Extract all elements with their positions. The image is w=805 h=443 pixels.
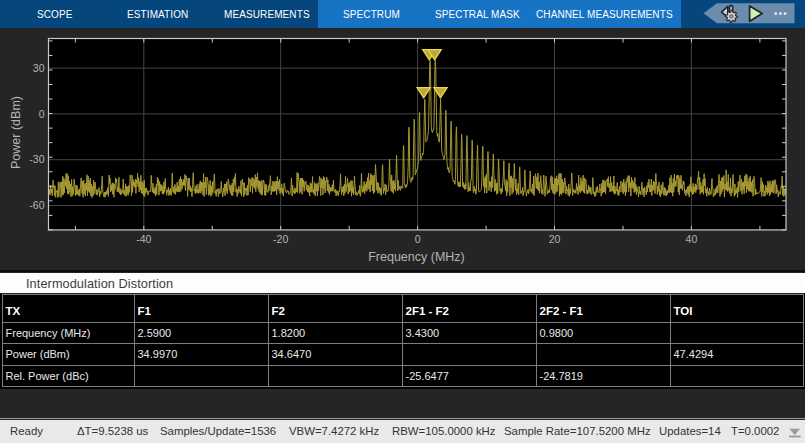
svg-text:-40: -40 — [136, 233, 151, 245]
svg-text:-20: -20 — [273, 233, 288, 245]
svg-text:40: 40 — [686, 233, 698, 245]
svg-text:0: 0 — [415, 233, 421, 245]
svg-text:30: 30 — [33, 61, 45, 73]
svg-text:-60: -60 — [29, 199, 44, 211]
svg-text:Frequency (MHz): Frequency (MHz) — [368, 250, 465, 264]
svg-text:20: 20 — [549, 233, 561, 245]
svg-text:0: 0 — [39, 107, 45, 119]
svg-text:Power (dBm): Power (dBm) — [9, 96, 23, 169]
svg-text:-30: -30 — [29, 153, 44, 165]
